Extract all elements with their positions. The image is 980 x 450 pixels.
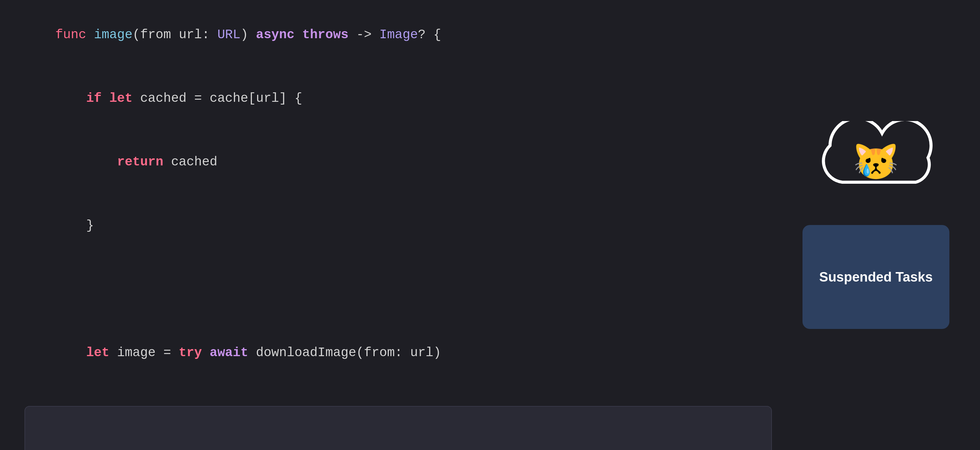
right-panel: 😿 Suspended Tasks <box>796 121 956 329</box>
suspended-tasks-title: Suspended Tasks <box>819 269 933 285</box>
code-block: // Image download cache actor ImageDownl… <box>24 0 772 406</box>
code-line-7: } <box>24 215 772 236</box>
cloud-icon: 😿 <box>812 121 940 207</box>
code-line-6: return cached <box>24 152 772 173</box>
code-line-9: let image = try await downloadImage(from… <box>24 342 772 363</box>
code-line-4: func image(from url: URL) async throws -… <box>24 24 772 46</box>
code-line-blank2 <box>24 279 772 300</box>
code-line-5: if let cached = cache[url] { <box>24 88 772 109</box>
code-panel: // Image download cache actor ImageDownl… <box>24 0 772 450</box>
suspended-tasks-card: Suspended Tasks <box>802 225 950 329</box>
cloud-cat-emoji: 😿 <box>853 146 899 182</box>
highlighted-code: cache[url] = image return image } } <box>40 416 756 450</box>
highlighted-code-box: cache[url] = image return image } } Task… <box>24 406 772 450</box>
main-container: // Image download cache actor ImageDownl… <box>0 0 980 450</box>
